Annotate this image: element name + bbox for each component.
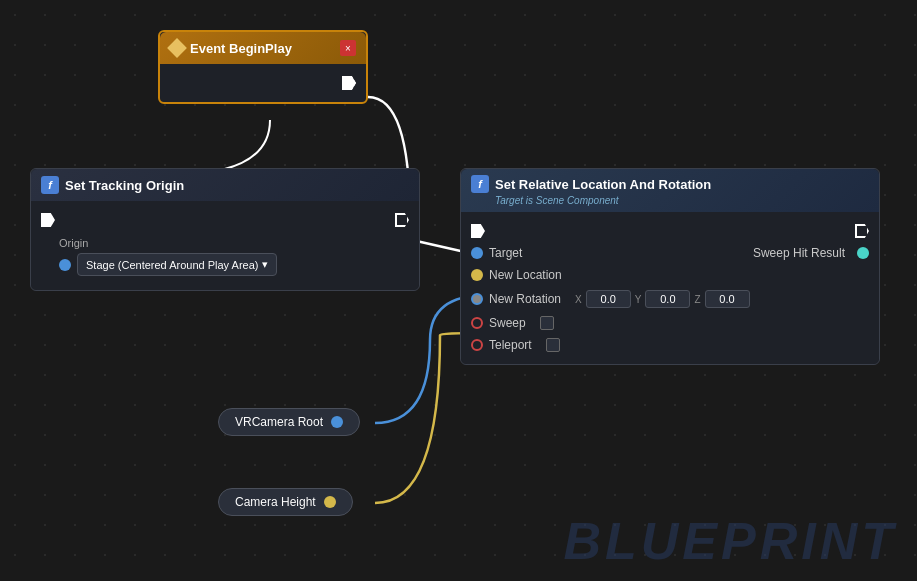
teleport-checkbox[interactable]	[546, 338, 560, 352]
teleport-label: Teleport	[489, 338, 532, 352]
dropdown-value: Stage (Centered Around Play Area)	[86, 259, 258, 271]
event-begin-play-node: Event BeginPlay ×	[158, 30, 368, 104]
close-button[interactable]: ×	[340, 40, 356, 56]
new-location-row: New Location	[461, 264, 879, 286]
rotation-x-input[interactable]	[586, 290, 631, 308]
new-rotation-label: New Rotation	[489, 292, 561, 306]
target-row: Target Sweep Hit Result	[461, 242, 879, 264]
relative-func-icon: f	[471, 175, 489, 193]
tracking-node-header: f Set Tracking Origin	[31, 169, 419, 201]
new-rotation-row: New Rotation X Y Z	[461, 286, 879, 312]
event-exec-out-row	[160, 72, 366, 94]
event-node-body	[160, 64, 366, 102]
event-exec-out-pin[interactable]	[342, 76, 356, 90]
sweep-checkbox[interactable]	[540, 316, 554, 330]
origin-pin	[59, 259, 71, 271]
tracking-func-icon: f	[41, 176, 59, 194]
camera-height-pin[interactable]	[324, 496, 336, 508]
event-header-left: Event BeginPlay	[170, 41, 292, 56]
teleport-pin[interactable]	[471, 339, 483, 351]
vrcamera-root-node[interactable]: VRCamera Root	[218, 408, 360, 436]
chevron-down-icon: ▾	[262, 258, 268, 271]
sweep-hit-result-pin[interactable]	[857, 247, 869, 259]
event-node-header: Event BeginPlay ×	[160, 32, 366, 64]
relative-exec-row	[461, 220, 879, 242]
tracking-exec-row	[31, 209, 419, 231]
set-relative-node: f Set Relative Location And Rotation Tar…	[460, 168, 880, 365]
target-pin[interactable]	[471, 247, 483, 259]
sweep-label: Sweep	[489, 316, 526, 330]
set-tracking-origin-node: f Set Tracking Origin Origin Stage (Cent…	[30, 168, 420, 291]
camera-height-label: Camera Height	[235, 495, 316, 509]
z-axis-label: Z	[694, 294, 700, 305]
y-axis-label: Y	[635, 294, 642, 305]
relative-exec-out-pin[interactable]	[855, 224, 869, 238]
tracking-exec-in-pin[interactable]	[41, 213, 55, 227]
new-rotation-pin[interactable]	[471, 293, 483, 305]
tracking-node-title: Set Tracking Origin	[65, 178, 184, 193]
sweep-row: Sweep	[461, 312, 879, 334]
origin-container: Origin Stage (Centered Around Play Area)…	[31, 231, 419, 282]
event-node-title: Event BeginPlay	[190, 41, 292, 56]
relative-node-subtitle: Target is Scene Component	[495, 195, 619, 206]
relative-node-title: Set Relative Location And Rotation	[495, 177, 711, 192]
diamond-icon	[167, 38, 187, 58]
vrcamera-root-pin[interactable]	[331, 416, 343, 428]
sweep-hit-result-label: Sweep Hit Result	[753, 246, 845, 260]
camera-height-node[interactable]: Camera Height	[218, 488, 353, 516]
sweep-pin[interactable]	[471, 317, 483, 329]
new-location-label: New Location	[489, 268, 562, 282]
origin-label: Origin	[59, 237, 409, 249]
origin-dropdown[interactable]: Stage (Centered Around Play Area) ▾	[77, 253, 277, 276]
blueprint-watermark: BLUEPRINT	[563, 511, 897, 571]
new-location-pin[interactable]	[471, 269, 483, 281]
tracking-node-body: Origin Stage (Centered Around Play Area)…	[31, 201, 419, 290]
teleport-row: Teleport	[461, 334, 879, 356]
relative-exec-in-pin[interactable]	[471, 224, 485, 238]
rotation-y-input[interactable]	[645, 290, 690, 308]
rotation-inputs: X Y Z	[575, 290, 749, 308]
relative-node-body: Target Sweep Hit Result New Location New…	[461, 212, 879, 364]
x-axis-label: X	[575, 294, 582, 305]
relative-node-header: f Set Relative Location And Rotation Tar…	[461, 169, 879, 212]
rotation-z-input[interactable]	[705, 290, 750, 308]
vrcamera-root-label: VRCamera Root	[235, 415, 323, 429]
target-label: Target	[489, 246, 522, 260]
tracking-exec-out-pin[interactable]	[395, 213, 409, 227]
